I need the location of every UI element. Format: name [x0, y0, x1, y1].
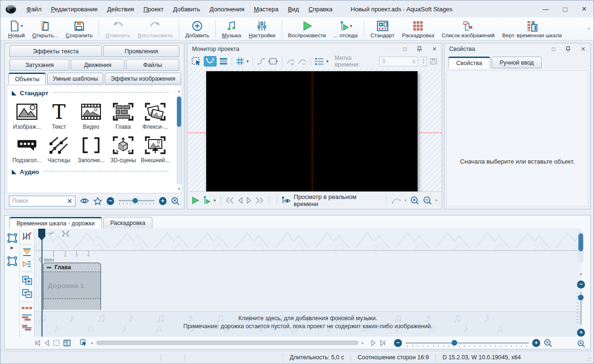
tracks-view-icon[interactable] — [21, 314, 33, 321]
track-row[interactable]: Дорожка 1 — [43, 272, 101, 298]
save-button[interactable]: Сохранить — [62, 18, 96, 39]
play-button[interactable]: Воспроизвести — [284, 18, 330, 39]
redo-button[interactable]: Восстановить — [134, 18, 176, 39]
timeline-vertical-scrollbar[interactable] — [578, 232, 584, 263]
time-mark-input[interactable]: 0s — [379, 57, 418, 66]
motion-frame-icon[interactable] — [268, 58, 278, 65]
transform-frame-icon[interactable] — [7, 232, 18, 244]
settings-button[interactable]: Настройки — [245, 18, 279, 39]
grid-icon[interactable] — [236, 57, 244, 66]
thumbnail-size-slider[interactable] — [118, 197, 155, 205]
go-last-icon[interactable] — [255, 197, 264, 204]
object-item-placeholder[interactable]: Заполни... — [75, 134, 107, 164]
vertical-zoom-out-button[interactable]: − — [577, 281, 585, 289]
object-item-external[interactable]: Внешний... — [139, 134, 171, 164]
tab-storyboard[interactable]: Раскадровка — [103, 217, 152, 229]
tab-затухания[interactable]: Затухания — [9, 59, 69, 71]
menu-item-4[interactable]: Добавить — [168, 3, 205, 15]
layout-vertical-timeline-button[interactable]: Верт. временная шкала — [498, 18, 565, 39]
transport-play-icon[interactable] — [192, 196, 200, 205]
play-from-here-button[interactable]: ▾ ... отсюда — [330, 18, 361, 39]
object-item-text[interactable]: TТекст — [43, 101, 75, 130]
toolbar-overflow-arrow[interactable]: ▾ — [587, 26, 591, 31]
path-dropdown-arrow[interactable]: ▾ — [404, 198, 407, 203]
chapter-collapse-icon[interactable] — [47, 267, 51, 268]
transport-dropdown-arrow[interactable]: ▾ — [214, 198, 216, 203]
monitor-zoom-in-icon[interactable] — [410, 196, 419, 205]
crop-frame-icon[interactable] — [7, 256, 18, 267]
monitor-close-icon[interactable]: ✕ — [432, 46, 437, 52]
section-audio[interactable]: Аудио — [7, 166, 182, 176]
new-button[interactable]: ▾ Новый — [4, 18, 29, 39]
list-dropdown-arrow[interactable]: ▾ — [326, 59, 329, 64]
resize-grip[interactable]: .:: — [586, 356, 592, 362]
nav-last-icon[interactable] — [380, 339, 386, 347]
scroll-down-arrow[interactable]: ▼ — [177, 187, 181, 191]
layout-image-list-button[interactable]: Список изображений — [438, 18, 498, 39]
object-item-video[interactable]: Видео — [75, 101, 107, 130]
go-prev-icon[interactable] — [237, 197, 243, 204]
zoom-in-button[interactable]: + — [159, 197, 167, 205]
scroll-up-arrow[interactable]: ▲ — [177, 89, 181, 93]
realtime-eye-icon[interactable] — [282, 196, 291, 204]
preview-eye-icon[interactable] — [80, 197, 89, 205]
timeline-horizontal-scrollbar[interactable] — [96, 340, 359, 345]
nav-panel-icon[interactable] — [63, 339, 71, 347]
monitor-pin-icon[interactable] — [417, 46, 422, 52]
transform-dropdown-arrow[interactable]: ▶ — [10, 246, 13, 250]
play-dropdown-arrow[interactable]: ▾ — [350, 24, 352, 28]
chapter-block[interactable]: Глава Дорожка 1 — [43, 263, 101, 310]
hide-tracks-icon[interactable] — [22, 232, 32, 241]
collapse-tracks-icon[interactable] — [22, 248, 32, 256]
menu-item-5[interactable]: Дополнения — [205, 3, 249, 15]
favorites-star-icon[interactable] — [93, 197, 102, 206]
search-input[interactable]: Поиск ✕ — [9, 196, 75, 207]
timeline-zoom-in-button[interactable]: + — [532, 339, 540, 347]
monitor-zoom-out-icon[interactable] — [423, 196, 432, 205]
new-dropdown-arrow[interactable]: ▾ — [21, 24, 23, 28]
timeline-area[interactable]: 1234 0 мин Глава Дорожка 1 ♫♪♫♪♫♪♫♪♫♪♫♪♫… — [34, 228, 581, 337]
timeline-zoom-slider[interactable] — [405, 339, 529, 347]
properties-maximize-icon[interactable]: □ — [552, 46, 555, 52]
save-time-icon[interactable] — [429, 57, 437, 66]
layout-standard-button[interactable]: Стандарт — [367, 18, 398, 39]
menu-item-2[interactable]: Действия — [102, 3, 139, 15]
maximize-button[interactable]: □ — [563, 5, 567, 13]
chapter-header[interactable]: Глава — [43, 263, 101, 272]
object-item-image[interactable]: Изображ... — [11, 101, 43, 130]
music-track[interactable]: ♫♪♫♪♫♪♫♪♫♪♫♪♫♪♫♪ ♪♫♪♫♪♫♪♫♪♫♪♫♪♫ Кликните… — [34, 311, 581, 337]
hscroll-right-arrow[interactable]: ▸ — [362, 340, 364, 345]
minimize-button[interactable]: — — [543, 6, 549, 13]
vertical-zoom-in-button[interactable]: + — [577, 329, 585, 337]
preview-canvas[interactable] — [206, 71, 418, 191]
properties-pin-icon[interactable] — [566, 46, 570, 52]
tab-timeline-tracks[interactable]: Временная шкала - дорожки — [9, 217, 102, 229]
undo-button[interactable]: Отменить — [101, 18, 134, 39]
tab-properties[interactable]: Свойства — [448, 57, 490, 68]
transport-overflow-arrow[interactable]: ▾ — [435, 198, 437, 203]
add-track-icon[interactable] — [22, 275, 33, 285]
nav-cursor-icon[interactable] — [80, 339, 87, 347]
timeline-zoom-fit-icon[interactable] — [544, 339, 552, 347]
timeline-zoom-out-button[interactable]: − — [394, 339, 402, 347]
clear-search-icon[interactable]: ✕ — [67, 198, 72, 205]
go-first-icon[interactable] — [226, 197, 234, 204]
time-spinner[interactable]: ▲▼ — [420, 57, 427, 66]
menu-item-0[interactable]: Файл — [22, 3, 46, 15]
remove-node-icon[interactable] — [298, 57, 307, 66]
grid-dropdown-arrow[interactable]: ▾ — [246, 59, 249, 64]
add-node-icon[interactable] — [286, 57, 295, 66]
object-item-chapter[interactable]: Глава — [107, 101, 139, 130]
smooth-curve-icon[interactable] — [257, 57, 266, 66]
vertical-zoom-fit-icon[interactable] — [577, 339, 586, 348]
hscroll-left-arrow[interactable]: ◂ — [91, 340, 93, 345]
vscroll-down-arrow[interactable]: ▼ — [579, 272, 583, 277]
object-item-particles[interactable]: Частицы — [43, 134, 75, 164]
layout-storyboard-button[interactable]: Раскадровка — [398, 18, 438, 39]
layers-mode-icon[interactable] — [219, 58, 228, 65]
close-button[interactable]: ✕ — [581, 5, 587, 13]
remove-track-icon[interactable] — [22, 289, 33, 298]
transport-play-from-icon[interactable] — [203, 196, 210, 205]
menu-item-6[interactable]: Мастера — [249, 3, 283, 15]
music-button[interactable]: Музыка — [218, 18, 245, 39]
